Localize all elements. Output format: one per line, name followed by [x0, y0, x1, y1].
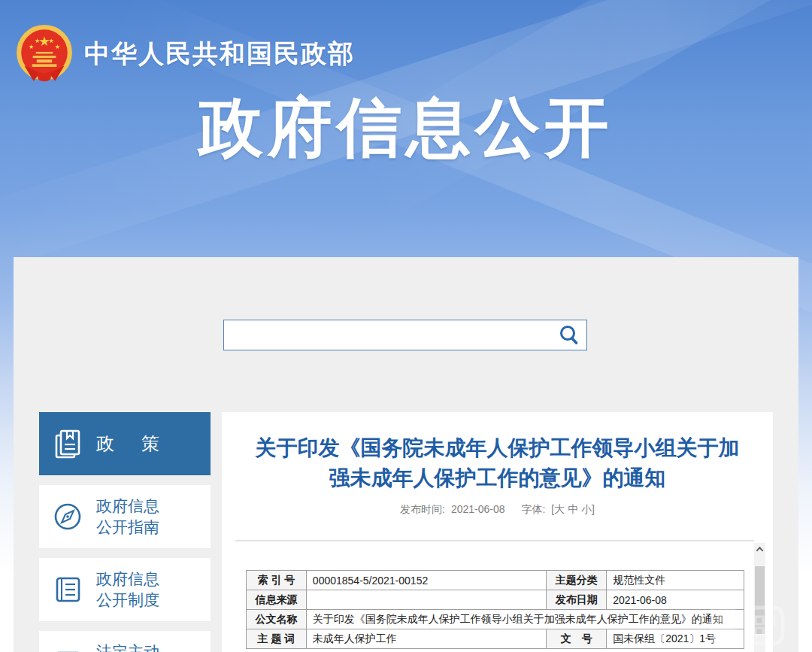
compass-icon [39, 501, 96, 532]
publish-time-label: 发布时间: [400, 503, 445, 515]
font-size-label: 字体: [521, 503, 545, 515]
source-label: 信息来源 [247, 590, 307, 610]
pubdate-value: 2021-06-08 [607, 590, 744, 610]
sidebar-item-disclosure-system[interactable]: 政府信息 公开制度 [39, 558, 211, 621]
site-logo-link[interactable]: ★ ★ ★ ★ ★ 中华人民共和国民政部 [14, 23, 355, 86]
category-label: 主题分类 [547, 571, 607, 590]
vertical-scrollbar[interactable] [754, 543, 765, 652]
sidebar-item-label: 政府信息 公开制度 [96, 569, 159, 611]
docno-label: 文 号 [547, 629, 607, 649]
category-value: 规范性文件 [607, 571, 744, 590]
svg-text:★: ★ [55, 44, 60, 50]
docname-value: 关于印发《国务院未成年人保护工作领导小组关于加强未成年人保护工作的意见》的通知 [306, 610, 744, 629]
docno-value: 国未保组〔2021〕1号 [607, 629, 744, 649]
keyword-label: 主 题 词 [247, 629, 307, 649]
table-row: 信息来源 发布日期 2021-06-08 [247, 590, 744, 610]
index-value: 00001854-5/2021-00152 [306, 571, 546, 590]
svg-text:★: ★ [35, 38, 40, 44]
scrollbar-thumb[interactable] [755, 566, 765, 634]
docname-label: 公文名称 [247, 610, 307, 629]
index-label: 索 引 号 [247, 571, 307, 590]
policy-book-icon [39, 427, 96, 460]
sidebar-item-label: 政府信息 公开指南 [96, 496, 159, 538]
scroll-up-button[interactable] [754, 543, 765, 555]
svg-text:★: ★ [29, 44, 34, 50]
sidebar-item-disclosure-guide[interactable]: 政府信息 公开指南 [39, 485, 211, 548]
article-panel: 关于印发《国务院未成年人保护工作领导小组关于加 强未成年人保护工作的意见》的通知… [222, 412, 773, 652]
search-box [223, 320, 587, 350]
sidebar-item-label: 政 策 [96, 433, 164, 454]
sidebar-nav: 政 策 政府信息 公开指南 [39, 412, 211, 652]
source-value [306, 590, 546, 610]
pubdate-label: 发布日期 [547, 590, 607, 610]
notebook-icon [39, 574, 96, 605]
document-icon [39, 647, 96, 652]
table-row: 索 引 号 00001854-5/2021-00152 主题分类 规范性文件 [247, 571, 744, 590]
publish-time-value: 2021-06-08 [451, 503, 505, 515]
font-size-options[interactable]: [大 中 小] [551, 503, 595, 515]
keyword-value: 未成年人保护工作 [306, 629, 546, 649]
search-button[interactable] [552, 320, 586, 350]
sidebar-item-mandatory-disclosure[interactable]: 法定主动 公开内容 [39, 631, 211, 652]
ministry-name: 中华人民共和国民政部 [84, 37, 355, 71]
table-row: 主 题 词 未成年人保护工作 文 号 国未保组〔2021〕1号 [247, 629, 744, 649]
page-title: 政府信息公开 [0, 84, 812, 172]
search-icon [558, 324, 580, 347]
document-meta-table: 索 引 号 00001854-5/2021-00152 主题分类 规范性文件 信… [246, 570, 744, 649]
chevron-up-icon [756, 546, 764, 553]
content-area: 政 策 政府信息 公开指南 [14, 257, 798, 652]
svg-text:★: ★ [49, 38, 54, 44]
article-meta: 发布时间:2021-06-08 字体:[大 中 小] [222, 503, 773, 517]
search-input[interactable] [224, 320, 552, 350]
divider [235, 540, 754, 541]
table-row: 公文名称 关于印发《国务院未成年人保护工作领导小组关于加强未成年人保护工作的意见… [247, 610, 744, 629]
article-title: 关于印发《国务院未成年人保护工作领导小组关于加 强未成年人保护工作的意见》的通知 [222, 433, 773, 493]
sidebar-item-policy[interactable]: 政 策 [39, 412, 211, 475]
china-national-emblem-icon: ★ ★ ★ ★ ★ [14, 23, 75, 86]
sidebar-item-label: 法定主动 公开内容 [96, 641, 159, 652]
